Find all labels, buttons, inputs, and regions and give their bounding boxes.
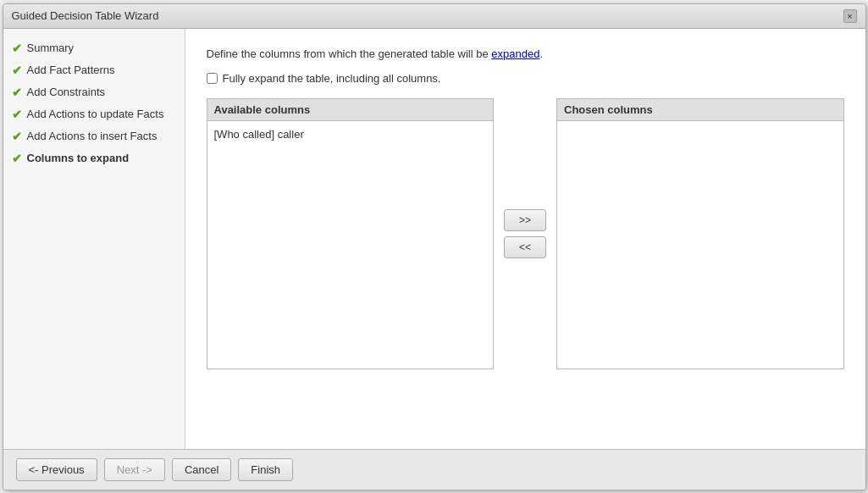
sidebar-item-label-3: Add Actions to update Facts [27, 108, 164, 120]
description-link: expanded [491, 47, 539, 60]
check-icon-3: ✔ [12, 108, 22, 121]
next-button[interactable]: Next -> [104, 458, 165, 481]
sidebar-item-2[interactable]: ✔Add Constraints [3, 81, 185, 103]
main-content: Define the columns from which the genera… [185, 29, 865, 449]
chosen-columns-box: Chosen columns [556, 98, 844, 369]
title-bar: Guided Decision Table Wizard × [3, 4, 865, 29]
available-column-item-0[interactable]: [Who called] caller [207, 125, 494, 144]
close-button[interactable]: × [843, 9, 857, 23]
check-icon-1: ✔ [12, 64, 22, 77]
transfer-forward-button[interactable]: >> [504, 209, 546, 231]
sidebar-item-label-4: Add Actions to insert Facts [27, 130, 158, 142]
available-columns-box: Available columns [Who called] caller [207, 98, 495, 369]
columns-area: Available columns [Who called] caller >>… [207, 98, 844, 369]
sidebar-item-1[interactable]: ✔Add Fact Patterns [3, 59, 185, 81]
available-columns-header: Available columns [207, 99, 494, 121]
expand-all-checkbox[interactable] [207, 73, 218, 84]
sidebar-item-label-2: Add Constraints [27, 86, 106, 98]
transfer-back-button[interactable]: << [504, 236, 546, 258]
chosen-columns-content [557, 121, 843, 358]
sidebar-item-5[interactable]: ✔Columns to expand [3, 147, 185, 169]
sidebar-item-label-1: Add Fact Patterns [27, 64, 115, 76]
previous-button[interactable]: <- Previous [16, 458, 97, 481]
sidebar-item-4[interactable]: ✔Add Actions to insert Facts [3, 125, 185, 147]
description: Define the columns from which the genera… [207, 46, 844, 63]
transfer-buttons-area: >> << [494, 98, 556, 369]
check-icon-5: ✔ [12, 152, 22, 165]
check-icon-0: ✔ [12, 42, 22, 55]
finish-button[interactable]: Finish [238, 458, 293, 481]
cancel-button[interactable]: Cancel [172, 458, 231, 481]
chosen-columns-header: Chosen columns [557, 99, 843, 121]
sidebar-item-0[interactable]: ✔Summary [3, 37, 185, 59]
footer: <- Previous Next -> Cancel Finish [3, 449, 865, 490]
sidebar: ✔Summary✔Add Fact Patterns✔Add Constrain… [3, 29, 185, 449]
dialog-title: Guided Decision Table Wizard [12, 9, 159, 22]
available-columns-content: [Who called] caller [207, 121, 494, 358]
check-icon-4: ✔ [12, 130, 22, 143]
sidebar-item-label-5: Columns to expand [27, 152, 130, 164]
sidebar-item-3[interactable]: ✔Add Actions to update Facts [3, 103, 185, 125]
dialog-body: ✔Summary✔Add Fact Patterns✔Add Constrain… [3, 29, 865, 449]
wizard-dialog: Guided Decision Table Wizard × ✔Summary✔… [3, 3, 866, 490]
expand-all-label: Fully expand the table, including all co… [223, 72, 441, 85]
sidebar-item-label-0: Summary [27, 42, 75, 54]
expand-all-row: Fully expand the table, including all co… [207, 72, 844, 85]
check-icon-2: ✔ [12, 86, 22, 99]
